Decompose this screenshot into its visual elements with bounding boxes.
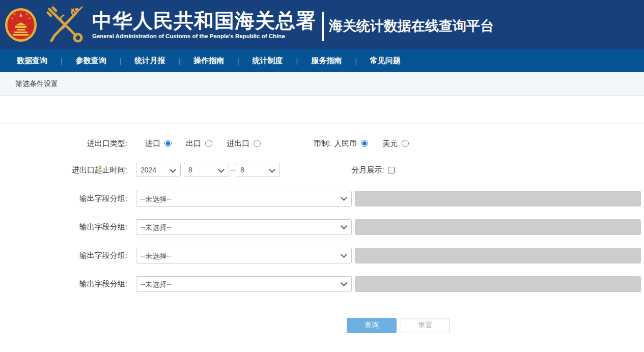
svg-text:★: ★ bbox=[13, 13, 16, 16]
radio-import[interactable] bbox=[164, 140, 172, 147]
nav-item-faq[interactable]: 常见问题 bbox=[370, 56, 401, 66]
output-group-label: 输出字段分组: bbox=[0, 222, 127, 232]
nav-item-param-query[interactable]: 参数查询 bbox=[76, 56, 106, 66]
output-group-label: 输出字段分组: bbox=[0, 194, 127, 203]
output-group-select-1[interactable]: --未选择-- bbox=[136, 191, 352, 207]
reset-button[interactable]: 重置 bbox=[401, 318, 450, 333]
output-group-label: 输出字段分组: bbox=[0, 279, 127, 289]
output-group-value-bar-1 bbox=[355, 191, 641, 207]
nav-separator: | bbox=[237, 57, 239, 65]
svg-text:★: ★ bbox=[11, 17, 13, 20]
currency-label: 币制: bbox=[314, 139, 331, 149]
radio-rmb[interactable] bbox=[361, 140, 368, 147]
trade-type-label: 进出口类型: bbox=[0, 139, 127, 149]
nav-item-monthly-report[interactable]: 统计月报 bbox=[134, 56, 165, 66]
option-label: 人民币 bbox=[334, 139, 357, 149]
output-group-row-3: 输出字段分组: --未选择-- bbox=[0, 248, 641, 263]
year-select[interactable]: 2024 bbox=[136, 163, 181, 177]
org-title-cn: 中华人民共和国海关总署 bbox=[92, 10, 316, 32]
output-group-value-bar-4 bbox=[355, 276, 641, 292]
svg-text:★: ★ bbox=[25, 13, 28, 16]
option-label: 出口 bbox=[186, 139, 201, 149]
radio-usd[interactable] bbox=[402, 140, 409, 147]
nav-separator: | bbox=[178, 57, 180, 65]
output-group-label: 输出字段分组: bbox=[0, 251, 127, 260]
trade-type-row: 进出口类型: 进口 出口 进出口 币制: 人民币 美元 bbox=[0, 136, 409, 151]
option-label: 进出口 bbox=[227, 139, 249, 149]
main-nav: 数据查询 | 参数查询 | 统计月报 | 操作指南 | 统计制度 | 服务指南 … bbox=[0, 49, 644, 72]
date-range-separator: -- bbox=[230, 166, 235, 174]
nav-item-data-query[interactable]: 数据查询 bbox=[17, 56, 47, 66]
nav-separator: | bbox=[355, 57, 357, 65]
platform-title: 海关统计数据在线查询平台 bbox=[329, 17, 494, 35]
monthly-display-checkbox[interactable] bbox=[388, 167, 395, 173]
nav-item-guide[interactable]: 操作指南 bbox=[193, 56, 224, 66]
nav-item-statistics-system[interactable]: 统计制度 bbox=[253, 56, 283, 66]
nav-separator: | bbox=[120, 57, 122, 65]
option-label: 进口 bbox=[145, 139, 160, 149]
start-month-select[interactable]: 8 bbox=[184, 163, 229, 177]
output-group-row-1: 输出字段分组: --未选择-- bbox=[0, 191, 641, 207]
nav-separator: | bbox=[61, 57, 63, 65]
query-button[interactable]: 查询 bbox=[347, 318, 397, 333]
site-header: ★ ★ ★ ★ ★ bbox=[0, 0, 644, 49]
output-group-row-4: 输出字段分组: --未选择-- bbox=[0, 276, 641, 292]
date-range-label: 进出口起止时间: bbox=[0, 165, 127, 175]
output-group-value-bar-2 bbox=[355, 219, 641, 235]
org-title-en: General Administration of Customs of the… bbox=[92, 33, 316, 39]
trade-type-option-export[interactable]: 出口 bbox=[186, 139, 212, 149]
national-emblem-icon: ★ ★ ★ ★ ★ bbox=[5, 7, 37, 43]
action-buttons: 查询 重置 bbox=[347, 318, 450, 333]
output-group-value-bar-3 bbox=[355, 248, 641, 263]
currency-option-usd[interactable]: 美元 bbox=[382, 139, 409, 149]
org-titles: 中华人民共和国海关总署 General Administration of Cu… bbox=[92, 10, 316, 39]
end-month-select[interactable]: 8 bbox=[236, 163, 280, 177]
content-divider bbox=[0, 123, 644, 124]
monthly-display-label: 分月展示: bbox=[351, 165, 384, 175]
breadcrumb-bar: 筛选条件设置 bbox=[0, 72, 644, 96]
output-group-row-2: 输出字段分组: --未选择-- bbox=[0, 219, 641, 235]
trade-type-option-both[interactable]: 进出口 bbox=[227, 139, 261, 149]
svg-text:★: ★ bbox=[18, 12, 23, 18]
output-group-select-2[interactable]: --未选择-- bbox=[136, 219, 352, 235]
nav-item-service-guide[interactable]: 服务指南 bbox=[311, 56, 342, 66]
output-group-select-4[interactable]: --未选择-- bbox=[136, 276, 352, 292]
customs-logo-icon bbox=[44, 5, 87, 45]
output-group-select-3[interactable]: --未选择-- bbox=[136, 248, 352, 263]
radio-both[interactable] bbox=[254, 140, 261, 147]
svg-text:★: ★ bbox=[28, 17, 31, 20]
currency-option-rmb[interactable]: 人民币 bbox=[334, 139, 368, 149]
trade-type-option-import[interactable]: 进口 bbox=[145, 139, 172, 149]
nav-separator: | bbox=[296, 57, 298, 65]
date-range-row: 进出口起止时间: 2024 8 -- 8 分月展示: bbox=[0, 162, 395, 178]
header-divider bbox=[322, 12, 324, 41]
page: ★ ★ ★ ★ ★ bbox=[0, 0, 644, 352]
radio-export[interactable] bbox=[205, 140, 212, 147]
option-label: 美元 bbox=[382, 139, 398, 149]
breadcrumb: 筛选条件设置 bbox=[15, 79, 58, 89]
